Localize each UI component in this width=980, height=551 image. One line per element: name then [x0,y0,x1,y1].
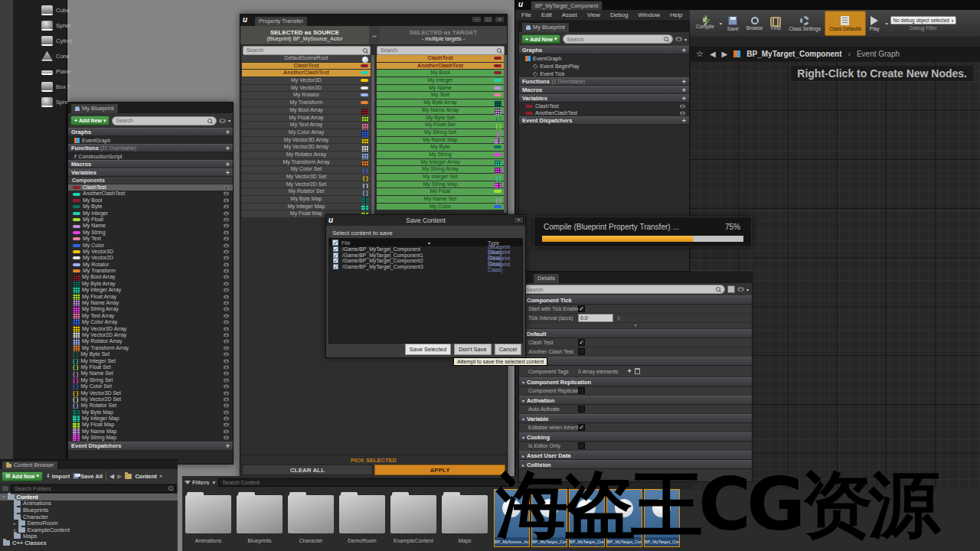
tree-item-content[interactable]: ▾Content [0,494,178,500]
file-checkbox[interactable]: ✓ [333,246,338,252]
tree-item-c-classes[interactable]: C++ Classes [0,540,178,546]
my-blueprint-tab[interactable]: My Blueprint [70,103,119,113]
import-button[interactable]: ⇩Import [46,473,70,480]
selected-as-source-button[interactable]: SELECTED as SOURCE (Blueprint) BP_MySour… [240,26,369,44]
browse-button[interactable]: Browse [743,11,767,36]
target-property-row[interactable]: My Integer [377,77,504,84]
visibility-eye-icon[interactable] [224,321,229,324]
source-property-row[interactable]: DefaultSceneRoot [242,55,371,62]
selected-as-target-button[interactable]: SELECTED as TARGET - multiple targets - [380,26,507,44]
variable-item[interactable]: My Bool Array [68,274,233,280]
source-property-row[interactable]: My Bool Array [242,107,371,114]
target-property-row[interactable]: My Bool [377,70,504,77]
folder-tile-demoroom[interactable] [339,495,385,533]
details-section-component-replication[interactable]: ▾Component Replication [519,377,752,386]
target-property-row[interactable]: My String [377,152,504,158]
components-category[interactable]: Components [68,177,233,184]
tree-item-blueprints[interactable]: Blueprints [0,507,178,514]
collapse-sources-icon[interactable] [2,485,9,492]
source-property-row[interactable]: My Text Array [242,122,371,129]
folder-tile-examplecontent[interactable] [390,495,436,533]
visibility-eye-icon[interactable] [224,397,229,401]
variable-item[interactable]: My Integer Map [68,416,233,422]
visibility-eye-icon[interactable] [224,308,229,311]
target-property-row[interactable]: My String Set{ } [377,129,504,136]
visibility-eye-icon[interactable] [224,262,229,266]
search-content-input[interactable] [218,478,514,487]
variable-item[interactable]: My Rotator [68,262,233,268]
visibility-eye-icon[interactable] [224,289,229,292]
add-function-button[interactable]: + [226,145,230,152]
source-property-row[interactable]: My Transform [242,99,371,106]
visibility-eye-icon[interactable] [224,359,229,363]
eventgraph-item[interactable]: EventGraph [519,54,689,62]
folder-tile-character[interactable] [288,495,334,533]
source-property-row[interactable]: My Vector2D [242,85,371,92]
target-property-row[interactable]: My Color [377,204,504,210]
variable-item[interactable]: My String Array [68,306,233,312]
variable-item[interactable]: { }My String Set [68,377,233,383]
tree-item-examplecontent[interactable]: ▸ExampleContent [0,527,178,533]
visibility-eye-icon[interactable] [224,295,229,298]
target-property-row[interactable]: My String Array [377,166,504,173]
visibility-eye-icon[interactable] [224,353,229,357]
variable-item[interactable]: My Vector3D [68,249,233,255]
place-actor-plane[interactable]: Plane [41,64,72,79]
variable-item[interactable]: My Byte [68,204,233,210]
variables-section-header[interactable]: Variables+ [68,168,233,177]
variable-item[interactable]: My Color [68,243,233,249]
add-button[interactable]: + [682,78,686,86]
variable-item[interactable]: My Float Array [68,294,233,300]
close-icon[interactable]: × [514,217,524,223]
tree-item-character[interactable]: Character [0,514,178,520]
section-expander[interactable]: ▼ [519,323,752,329]
place-actor-cone[interactable]: Cone [41,48,72,64]
visibility-eye-icon[interactable] [680,111,685,115]
property-value-input[interactable]: 0.0 [578,314,613,322]
visibility-eye-icon[interactable] [224,211,229,215]
nav-back-icon[interactable]: ◀ [109,473,114,480]
tree-caret-icon[interactable]: ▸ [14,521,16,526]
file-checkbox[interactable]: ✓ [333,253,338,258]
folder-tile-maps[interactable] [442,495,488,533]
variable-item[interactable]: My Integer [68,210,233,217]
add-new-button[interactable]: ▤ Add New ▾ [2,471,43,481]
variable-item[interactable]: My Float Map [68,422,233,428]
visibility-eye-icon[interactable] [224,404,229,408]
visibility-icon[interactable] [675,37,682,41]
source-property-row[interactable]: My Vector2D Set{ } [242,181,371,188]
source-property-row[interactable]: My Vector3D Array [242,137,371,144]
variables-section-header[interactable]: Variables+ [519,94,689,103]
debug-object-dropdown[interactable]: No debug object selected▾ [890,16,957,24]
place-actor-cube[interactable]: Cube [41,2,72,18]
save-selected-button[interactable]: Save Selected [405,344,451,355]
target-property-row[interactable]: My Integer Set{ } [377,174,504,181]
place-actor-spher[interactable]: Spher [41,18,72,33]
menu-file[interactable]: File [521,11,531,18]
menu-edit[interactable]: Edit [541,11,552,18]
nav-back-icon[interactable]: ◀ [710,50,716,58]
source-search-input[interactable] [243,46,371,55]
visibility-eye-icon[interactable] [224,224,229,228]
visibility-icon[interactable] [219,119,226,123]
variable-item[interactable]: ClashTest [519,103,689,109]
place-actor-cylind[interactable]: Cylind [41,33,72,48]
visibility-eye-icon[interactable] [224,423,229,427]
menu-debug[interactable]: Debug [610,11,629,18]
source-property-row[interactable]: ClashTest [242,63,371,70]
visibility-eye-icon[interactable] [224,237,229,241]
nav-forward-icon[interactable]: ▶ [722,50,728,58]
add-dispatcher-button[interactable]: + [226,442,230,450]
details-section-component-tick[interactable]: ▾Component Tick [519,295,752,305]
event-dispatchers-section-header[interactable]: Event Dispatchers+ [519,116,689,125]
visibility-eye-icon[interactable] [224,243,229,247]
source-property-row[interactable]: My Rotator Set{ } [242,188,371,195]
visibility-eye-icon[interactable] [224,276,229,279]
place-actor-box-t[interactable]: Box T [41,79,72,94]
variable-item[interactable]: My Byte Map [68,409,233,416]
visibility-eye-icon[interactable] [224,302,229,305]
source-property-row[interactable]: My Transform Array [242,159,371,166]
variable-item[interactable]: My Vector3D Array [68,326,233,332]
details-tab[interactable]: Details [533,273,560,283]
constructionscript-item[interactable]: f ConstructionScript [68,152,233,160]
